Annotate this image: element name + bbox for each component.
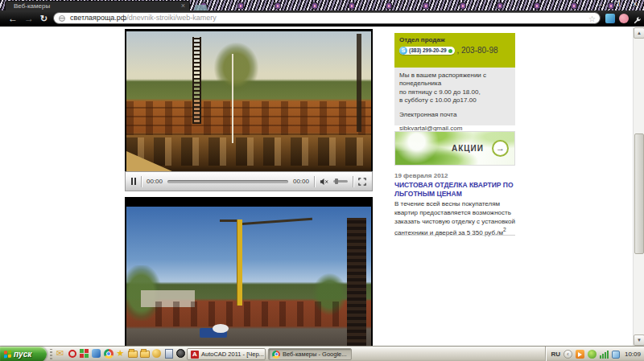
system-tray: RU ‹ 10:09 — [545, 347, 644, 361]
news-body-text: В течение всей весны покупателям квартир… — [394, 200, 515, 236]
page-viewport: 00:00 00:00 — [0, 27, 633, 346]
dark-lattice-tower — [347, 218, 366, 346]
opening-hours-block: Мы в вашем распоряжении с понедельника п… — [394, 68, 515, 125]
scroll-up-button[interactable]: ▲ — [634, 27, 644, 39]
messenger-icon[interactable] — [91, 348, 101, 359]
colored-squares-app-icon[interactable] — [79, 348, 89, 359]
mute-speaker-icon[interactable] — [320, 174, 328, 189]
quick-launch-handle[interactable] — [50, 349, 52, 359]
news-title-link[interactable]: ЧИСТОВАЯ ОТДЕЛКА КВАРТИР ПО ЛЬГОТНЫМ ЦЕН… — [394, 181, 515, 199]
browser-frame-pattern: Веб-камеры × – ❐ ✕ — [0, 0, 644, 10]
brick-building-windows — [155, 302, 356, 326]
chrome-icon[interactable] — [103, 348, 114, 359]
skype-icon: S — [399, 47, 407, 55]
address-bar[interactable]: светлаяроща.рф/dnevnik-stroiki/web-kamer… — [53, 12, 601, 24]
skype-status-icon — [448, 49, 452, 53]
concrete-mixer-truck — [200, 328, 227, 338]
webcam-video-1[interactable] — [125, 29, 373, 171]
promo-banner-arrow-icon[interactable]: → — [492, 140, 509, 157]
task-label: AutoCAD 2011 - [Чер... — [201, 351, 264, 358]
network-signal-tray-icon[interactable] — [600, 350, 609, 359]
second-crane-mast — [357, 34, 361, 132]
phone-row: S (383) 299-20-29 , 203-80-98 — [399, 46, 510, 55]
favorites-star-icon[interactable]: ★ — [115, 348, 126, 359]
hours-line: Мы в вашем распоряжении с понедельника — [399, 72, 510, 88]
start-button[interactable]: пуск — [0, 347, 47, 361]
divider — [353, 176, 353, 187]
sales-dept-title: Отдел продаж — [399, 36, 510, 43]
scrollbar-thumb[interactable] — [634, 133, 644, 254]
total-time: 00:00 — [293, 178, 309, 185]
skype-phone-badge[interactable]: S (383) 299-20-29 — [399, 47, 455, 55]
video-player-controls: 00:00 00:00 — [125, 171, 373, 191]
folder-icon[interactable] — [139, 348, 150, 359]
divider — [141, 176, 142, 187]
quick-launch-bar: ✉ ★ — [55, 348, 186, 359]
folder-icon[interactable] — [127, 348, 138, 359]
fullscreen-icon[interactable] — [358, 174, 366, 189]
skype-phone-number: (383) 299-20-29 — [407, 47, 448, 54]
crane-jib — [239, 218, 312, 225]
bookmark-star-icon[interactable]: ☆ — [588, 14, 596, 24]
pause-button[interactable] — [131, 178, 136, 185]
promo-banner-label: АКЦИИ — [452, 144, 484, 153]
superscript: 2 — [503, 227, 506, 232]
hide-icons-chevron[interactable]: ‹ — [564, 350, 572, 359]
news-body: В течение всей весны покупателям квартир… — [394, 200, 517, 238]
url-path: /dnevnik-stroiki/web-kamery — [126, 14, 217, 22]
construction-scene-sepia — [126, 31, 371, 171]
phone-number-extra: , 203-80-98 — [456, 46, 497, 55]
building-windows — [126, 101, 371, 135]
taskbar-button-chrome[interactable]: Веб-камеры - Google... — [268, 348, 352, 360]
hours-line: по пятницу с 9.00 до 18.00, — [399, 88, 510, 96]
url-domain: светлаяроща.рф — [70, 14, 126, 22]
desktop-screen: Веб-камеры × – ❐ ✕ ← → ↻ светлаяроща.рф/… — [0, 0, 644, 361]
reload-button[interactable]: ↻ — [40, 12, 47, 25]
connection-tray-icon[interactable] — [612, 351, 620, 359]
divider — [314, 176, 315, 187]
taskbar: пуск ✉ ★ A AutoCAD 2011 - [Чер... Веб-ка… — [0, 346, 644, 361]
new-tab-button[interactable] — [194, 5, 208, 10]
seek-bar[interactable] — [167, 180, 288, 183]
extension-icon-pink[interactable] — [619, 14, 629, 23]
chrome-icon — [272, 351, 280, 359]
vertical-scrollbar[interactable]: ▲ ▼ — [633, 27, 644, 346]
notes-app-icon[interactable] — [163, 348, 174, 359]
task-label: Веб-камеры - Google... — [283, 351, 347, 358]
taskbar-button-autocad[interactable]: A AutoCAD 2011 - [Чер... — [187, 348, 266, 360]
promo-banner[interactable]: АКЦИИ → — [394, 131, 515, 166]
page-security-globe-icon — [59, 15, 65, 22]
browser-tab[interactable]: Веб-камеры × — [5, 1, 190, 10]
window-restore-button[interactable]: ❐ — [614, 1, 620, 8]
scroll-down-button[interactable]: ▼ — [634, 334, 644, 346]
clock[interactable]: 10:09 — [623, 351, 641, 358]
construction-scene-bluesky — [126, 207, 371, 346]
download-manager-tray-icon[interactable] — [576, 350, 584, 359]
browser-toolbar: ← → ↻ светлаяроща.рф/dnevnik-stroiki/web… — [0, 10, 644, 27]
elapsed-time: 00:00 — [147, 178, 163, 185]
volume-slider[interactable] — [333, 180, 348, 183]
start-button-label: пуск — [14, 350, 31, 359]
antivirus-tray-icon[interactable] — [588, 350, 597, 359]
hours-line: в субботу с 10.00 до17.00 — [399, 96, 510, 105]
email-label: Электронная почта — [399, 111, 510, 119]
lumber-stacks — [126, 137, 371, 166]
forward-button[interactable]: → — [24, 12, 34, 25]
window-close-button[interactable]: ✕ — [632, 1, 638, 8]
language-indicator[interactable]: RU — [551, 351, 560, 358]
wrench-menu-icon[interactable] — [633, 14, 642, 28]
windows-logo-icon — [4, 351, 11, 359]
window-minimize-button[interactable]: – — [599, 1, 602, 8]
gold-app-icon[interactable] — [151, 348, 162, 359]
back-button[interactable]: ← — [8, 12, 18, 25]
tower-crane-lattice — [192, 37, 201, 124]
extension-icon-blue[interactable] — [605, 14, 615, 23]
tab-close-icon[interactable]: × — [181, 2, 185, 10]
opera-icon[interactable] — [67, 348, 77, 359]
news-date: 19 февраля 2012 — [394, 172, 515, 179]
webcam-video-2[interactable] — [125, 197, 373, 346]
tab-title: Веб-камеры — [14, 2, 50, 10]
divider — [394, 235, 515, 236]
mail-icon[interactable]: ✉ — [55, 348, 65, 359]
dark-app-icon[interactable] — [175, 348, 186, 359]
